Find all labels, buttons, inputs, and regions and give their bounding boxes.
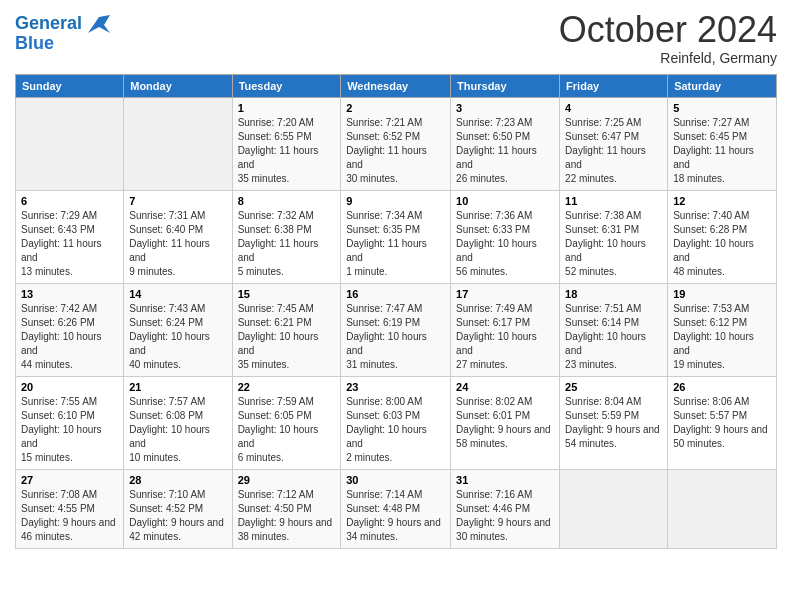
- week-row-4: 20Sunrise: 7:55 AMSunset: 6:10 PMDayligh…: [16, 376, 777, 469]
- day-cell: 7Sunrise: 7:31 AMSunset: 6:40 PMDaylight…: [124, 190, 232, 283]
- sunrise-text: Sunrise: 8:00 AM: [346, 395, 445, 409]
- day-cell: 21Sunrise: 7:57 AMSunset: 6:08 PMDayligh…: [124, 376, 232, 469]
- daylight-text: Daylight: 10 hours and23 minutes.: [565, 330, 662, 372]
- day-number: 12: [673, 195, 771, 207]
- day-cell: 29Sunrise: 7:12 AMSunset: 4:50 PMDayligh…: [232, 469, 341, 548]
- day-cell: 15Sunrise: 7:45 AMSunset: 6:21 PMDayligh…: [232, 283, 341, 376]
- daylight-text: Daylight: 9 hours and58 minutes.: [456, 423, 554, 451]
- day-cell: 13Sunrise: 7:42 AMSunset: 6:26 PMDayligh…: [16, 283, 124, 376]
- day-number: 20: [21, 381, 118, 393]
- sunset-text: Sunset: 6:05 PM: [238, 409, 336, 423]
- day-info: Sunrise: 7:36 AMSunset: 6:33 PMDaylight:…: [456, 209, 554, 279]
- day-info: Sunrise: 7:23 AMSunset: 6:50 PMDaylight:…: [456, 116, 554, 186]
- daylight-text: Daylight: 11 hours and18 minutes.: [673, 144, 771, 186]
- sunrise-text: Sunrise: 7:38 AM: [565, 209, 662, 223]
- logo-bird-icon: [88, 15, 110, 33]
- day-info: Sunrise: 7:14 AMSunset: 4:48 PMDaylight:…: [346, 488, 445, 544]
- day-cell: 22Sunrise: 7:59 AMSunset: 6:05 PMDayligh…: [232, 376, 341, 469]
- day-cell: 23Sunrise: 8:00 AMSunset: 6:03 PMDayligh…: [341, 376, 451, 469]
- daylight-text: Daylight: 11 hours and30 minutes.: [346, 144, 445, 186]
- day-number: 29: [238, 474, 336, 486]
- sunset-text: Sunset: 6:47 PM: [565, 130, 662, 144]
- day-cell: 17Sunrise: 7:49 AMSunset: 6:17 PMDayligh…: [451, 283, 560, 376]
- day-cell: 28Sunrise: 7:10 AMSunset: 4:52 PMDayligh…: [124, 469, 232, 548]
- daylight-text: Daylight: 11 hours and9 minutes.: [129, 237, 226, 279]
- sunset-text: Sunset: 4:50 PM: [238, 502, 336, 516]
- sunset-text: Sunset: 6:10 PM: [21, 409, 118, 423]
- daylight-text: Daylight: 11 hours and35 minutes.: [238, 144, 336, 186]
- col-header-friday: Friday: [560, 74, 668, 97]
- daylight-text: Daylight: 11 hours and1 minute.: [346, 237, 445, 279]
- day-cell: [124, 97, 232, 190]
- sunrise-text: Sunrise: 8:02 AM: [456, 395, 554, 409]
- logo: General Blue: [15, 14, 111, 54]
- location-subtitle: Reinfeld, Germany: [559, 50, 777, 66]
- sunrise-text: Sunrise: 7:31 AM: [129, 209, 226, 223]
- daylight-text: Daylight: 10 hours and40 minutes.: [129, 330, 226, 372]
- daylight-text: Daylight: 9 hours and46 minutes.: [21, 516, 118, 544]
- day-cell: 6Sunrise: 7:29 AMSunset: 6:43 PMDaylight…: [16, 190, 124, 283]
- sunrise-text: Sunrise: 7:57 AM: [129, 395, 226, 409]
- sunrise-text: Sunrise: 7:47 AM: [346, 302, 445, 316]
- day-info: Sunrise: 7:43 AMSunset: 6:24 PMDaylight:…: [129, 302, 226, 372]
- day-info: Sunrise: 8:00 AMSunset: 6:03 PMDaylight:…: [346, 395, 445, 465]
- day-number: 14: [129, 288, 226, 300]
- day-number: 15: [238, 288, 336, 300]
- week-row-2: 6Sunrise: 7:29 AMSunset: 6:43 PMDaylight…: [16, 190, 777, 283]
- daylight-text: Daylight: 10 hours and10 minutes.: [129, 423, 226, 465]
- sunset-text: Sunset: 6:21 PM: [238, 316, 336, 330]
- day-info: Sunrise: 7:51 AMSunset: 6:14 PMDaylight:…: [565, 302, 662, 372]
- sunset-text: Sunset: 6:17 PM: [456, 316, 554, 330]
- daylight-text: Daylight: 9 hours and42 minutes.: [129, 516, 226, 544]
- day-info: Sunrise: 7:53 AMSunset: 6:12 PMDaylight:…: [673, 302, 771, 372]
- day-number: 9: [346, 195, 445, 207]
- day-cell: 16Sunrise: 7:47 AMSunset: 6:19 PMDayligh…: [341, 283, 451, 376]
- day-info: Sunrise: 7:10 AMSunset: 4:52 PMDaylight:…: [129, 488, 226, 544]
- sunrise-text: Sunrise: 7:29 AM: [21, 209, 118, 223]
- daylight-text: Daylight: 10 hours and2 minutes.: [346, 423, 445, 465]
- sunrise-text: Sunrise: 7:08 AM: [21, 488, 118, 502]
- day-number: 18: [565, 288, 662, 300]
- day-number: 11: [565, 195, 662, 207]
- sunset-text: Sunset: 6:33 PM: [456, 223, 554, 237]
- daylight-text: Daylight: 9 hours and54 minutes.: [565, 423, 662, 451]
- day-cell: 25Sunrise: 8:04 AMSunset: 5:59 PMDayligh…: [560, 376, 668, 469]
- day-number: 24: [456, 381, 554, 393]
- col-header-saturday: Saturday: [668, 74, 777, 97]
- day-info: Sunrise: 8:02 AMSunset: 6:01 PMDaylight:…: [456, 395, 554, 451]
- day-cell: 5Sunrise: 7:27 AMSunset: 6:45 PMDaylight…: [668, 97, 777, 190]
- logo-blue: Blue: [15, 34, 111, 54]
- day-cell: 2Sunrise: 7:21 AMSunset: 6:52 PMDaylight…: [341, 97, 451, 190]
- sunset-text: Sunset: 6:43 PM: [21, 223, 118, 237]
- col-header-thursday: Thursday: [451, 74, 560, 97]
- sunset-text: Sunset: 6:26 PM: [21, 316, 118, 330]
- day-info: Sunrise: 7:38 AMSunset: 6:31 PMDaylight:…: [565, 209, 662, 279]
- svg-marker-0: [88, 15, 110, 33]
- day-cell: 18Sunrise: 7:51 AMSunset: 6:14 PMDayligh…: [560, 283, 668, 376]
- daylight-text: Daylight: 9 hours and38 minutes.: [238, 516, 336, 544]
- sunrise-text: Sunrise: 7:49 AM: [456, 302, 554, 316]
- daylight-text: Daylight: 10 hours and15 minutes.: [21, 423, 118, 465]
- sunset-text: Sunset: 4:52 PM: [129, 502, 226, 516]
- day-cell: 26Sunrise: 8:06 AMSunset: 5:57 PMDayligh…: [668, 376, 777, 469]
- page: General Blue October 2024 Reinfeld, Germ…: [0, 0, 792, 612]
- daylight-text: Daylight: 11 hours and22 minutes.: [565, 144, 662, 186]
- sunrise-text: Sunrise: 7:20 AM: [238, 116, 336, 130]
- day-number: 6: [21, 195, 118, 207]
- day-cell: 27Sunrise: 7:08 AMSunset: 4:55 PMDayligh…: [16, 469, 124, 548]
- week-row-5: 27Sunrise: 7:08 AMSunset: 4:55 PMDayligh…: [16, 469, 777, 548]
- day-number: 4: [565, 102, 662, 114]
- sunset-text: Sunset: 6:31 PM: [565, 223, 662, 237]
- day-info: Sunrise: 7:21 AMSunset: 6:52 PMDaylight:…: [346, 116, 445, 186]
- sunset-text: Sunset: 6:38 PM: [238, 223, 336, 237]
- logo-general: General: [15, 13, 82, 33]
- day-cell: 10Sunrise: 7:36 AMSunset: 6:33 PMDayligh…: [451, 190, 560, 283]
- sunset-text: Sunset: 6:55 PM: [238, 130, 336, 144]
- day-cell: [16, 97, 124, 190]
- day-info: Sunrise: 7:31 AMSunset: 6:40 PMDaylight:…: [129, 209, 226, 279]
- day-info: Sunrise: 7:32 AMSunset: 6:38 PMDaylight:…: [238, 209, 336, 279]
- day-cell: 30Sunrise: 7:14 AMSunset: 4:48 PMDayligh…: [341, 469, 451, 548]
- sunset-text: Sunset: 6:50 PM: [456, 130, 554, 144]
- day-cell: [668, 469, 777, 548]
- day-info: Sunrise: 7:12 AMSunset: 4:50 PMDaylight:…: [238, 488, 336, 544]
